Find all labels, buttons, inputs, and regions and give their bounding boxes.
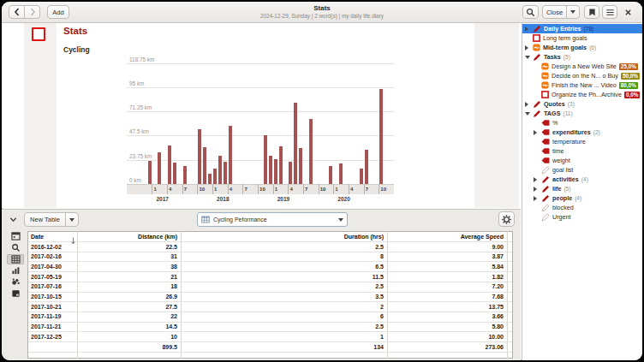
- table-row[interactable]: [27, 292, 513, 302]
- table-cell[interactable]: 8: [380, 253, 384, 259]
- tree-item-time[interactable]: time: [522, 146, 642, 156]
- table-settings-button[interactable]: [498, 211, 515, 227]
- elision-checkbox-icon[interactable]: [32, 27, 45, 41]
- table-cell[interactable]: 2016-12-02: [31, 244, 62, 250]
- table-cell[interactable]: 134: [373, 344, 384, 350]
- new-table-menu-button[interactable]: [65, 212, 79, 227]
- table-cell[interactable]: 13.75: [488, 304, 504, 310]
- tree-item-weight[interactable]: weight: [522, 156, 642, 165]
- bookmark-button[interactable]: [584, 5, 599, 19]
- table-cell[interactable]: 2017-04-30: [31, 264, 62, 270]
- table-cell[interactable]: 2: [380, 304, 384, 310]
- table-cell[interactable]: 2017-07-16: [31, 283, 62, 289]
- table-cell[interactable]: 26.9: [165, 294, 177, 300]
- tree-item-expenditures[interactable]: expenditures(2): [522, 128, 642, 137]
- diary-panel-button[interactable]: [7, 288, 24, 299]
- tree-item-blocked[interactable]: blocked: [522, 203, 642, 212]
- expander-collapsed-icon[interactable]: [534, 130, 541, 135]
- table-panel-button[interactable]: [7, 254, 24, 264]
- tree-item-life[interactable]: life(5): [522, 184, 642, 193]
- table-cell[interactable]: 2017-10-15: [31, 294, 62, 300]
- table-summary-row[interactable]: [27, 341, 513, 352]
- forward-button[interactable]: [24, 5, 40, 19]
- tree-item-temperature[interactable]: temperature: [522, 137, 642, 146]
- table-cell[interactable]: 9.00: [492, 244, 504, 250]
- table-cell[interactable]: 14.5: [165, 323, 177, 329]
- table-row[interactable]: [27, 241, 513, 252]
- table-selector-combo[interactable]: Cycling Peformance: [197, 212, 348, 227]
- table-cell[interactable]: 3.66: [492, 313, 504, 319]
- table-header-3[interactable]: Average Speed: [461, 234, 504, 240]
- expander-collapsed-icon[interactable]: [534, 196, 541, 201]
- tree-item-urgent[interactable]: Urgent: [522, 212, 642, 222]
- table-row[interactable]: [27, 322, 513, 332]
- table-row[interactable]: [27, 282, 513, 292]
- table-cell[interactable]: 899.5: [162, 344, 177, 350]
- tree-item-quotes[interactable]: Quotes(3): [522, 99, 642, 109]
- table-cell[interactable]: 7.68: [492, 294, 504, 300]
- table-cell[interactable]: 10: [170, 334, 177, 340]
- expander-expanded-icon[interactable]: [525, 112, 533, 116]
- table-row[interactable]: [27, 271, 513, 282]
- table-header-1[interactable]: Distance (km): [138, 234, 177, 240]
- calendar-panel-button[interactable]: [7, 231, 24, 241]
- table-cell[interactable]: 273.06: [486, 344, 504, 350]
- tree-item-[interactable]: %: [522, 118, 642, 128]
- table-cell[interactable]: 2017-11-19: [31, 313, 61, 319]
- expander-collapsed-icon[interactable]: [525, 45, 533, 50]
- table-header-0[interactable]: Date: [31, 234, 44, 240]
- expander-collapsed-icon[interactable]: [525, 102, 533, 107]
- table-cell[interactable]: 22: [170, 313, 177, 319]
- table-cell[interactable]: 5.84: [492, 264, 504, 270]
- table-cell[interactable]: 27.5: [165, 304, 177, 310]
- expander-collapsed-icon[interactable]: [534, 177, 541, 182]
- tree-item-decide-on-the-n-o-buy[interactable]: Decide on the N... o Buy50,0%: [522, 71, 642, 80]
- table-row[interactable]: [27, 261, 513, 271]
- table-row[interactable]: [27, 312, 513, 322]
- table-cell[interactable]: 7.20: [492, 283, 504, 289]
- table-cell[interactable]: 6: [380, 313, 384, 319]
- table-cell[interactable]: 2.5: [375, 323, 384, 329]
- table-cell[interactable]: 38: [170, 264, 177, 270]
- tree-item-daily-entries[interactable]: Daily Entries(78): [522, 24, 642, 33]
- table-cell[interactable]: 22.5: [165, 244, 177, 250]
- expander-expanded-icon[interactable]: [525, 56, 533, 59]
- table-cell[interactable]: 11.5: [373, 274, 384, 280]
- close-menu-arrow-button[interactable]: [566, 5, 580, 19]
- window-close-button[interactable]: [621, 5, 635, 19]
- table-cell[interactable]: 6.5: [375, 264, 384, 270]
- menu-button[interactable]: [602, 5, 617, 19]
- editor-pane[interactable]: Stats Cycling 0 km23.75 km47.5 km71.25 k…: [2, 23, 521, 208]
- table-cell[interactable]: 18: [170, 283, 177, 289]
- collapse-panel-button[interactable]: [6, 213, 20, 225]
- tree-item-goal-list[interactable]: goal list: [522, 165, 642, 175]
- add-button[interactable]: Add: [47, 5, 69, 19]
- tree-item-tags[interactable]: TAGS(11): [522, 109, 642, 118]
- table-cell[interactable]: 1: [380, 334, 384, 340]
- theme-panel-button[interactable]: [7, 276, 24, 287]
- expander-collapsed-icon[interactable]: [525, 27, 533, 32]
- table-cell[interactable]: 2017-12-25: [31, 334, 62, 340]
- table-cell[interactable]: 5.80: [492, 323, 504, 329]
- tree-item-design-a-new-web-site[interactable]: Design a New Web Site25,0%: [522, 62, 642, 71]
- tree-item-mid-term-goals[interactable]: Mid-term goals(6): [522, 43, 642, 52]
- table-cell[interactable]: 2017-10-21: [31, 304, 62, 310]
- table-cell[interactable]: 2.5: [375, 244, 384, 250]
- table-row[interactable]: [27, 301, 513, 312]
- search-button[interactable]: [522, 5, 539, 19]
- tree-item-people[interactable]: people(4): [522, 193, 642, 203]
- tree-item-tasks[interactable]: Tasks(5): [522, 52, 642, 62]
- table-row[interactable]: [27, 331, 513, 341]
- entries-sidebar[interactable]: Daily Entries(78)Long term goalsMid-term…: [522, 23, 642, 360]
- table-cell[interactable]: 2017-11-21: [31, 323, 61, 329]
- table-cell[interactable]: 3.87: [492, 253, 504, 259]
- table-cell[interactable]: 1.82: [492, 274, 504, 280]
- search-panel-button[interactable]: [7, 242, 24, 252]
- chart-panel-button[interactable]: [7, 265, 24, 276]
- table-cell[interactable]: 10.00: [488, 334, 504, 340]
- new-table-button[interactable]: New Table: [24, 212, 66, 227]
- close-entry-button[interactable]: Close: [542, 5, 567, 19]
- table-row[interactable]: [27, 252, 513, 262]
- table-cell[interactable]: 21: [170, 274, 177, 280]
- table-cell[interactable]: 31: [170, 253, 177, 259]
